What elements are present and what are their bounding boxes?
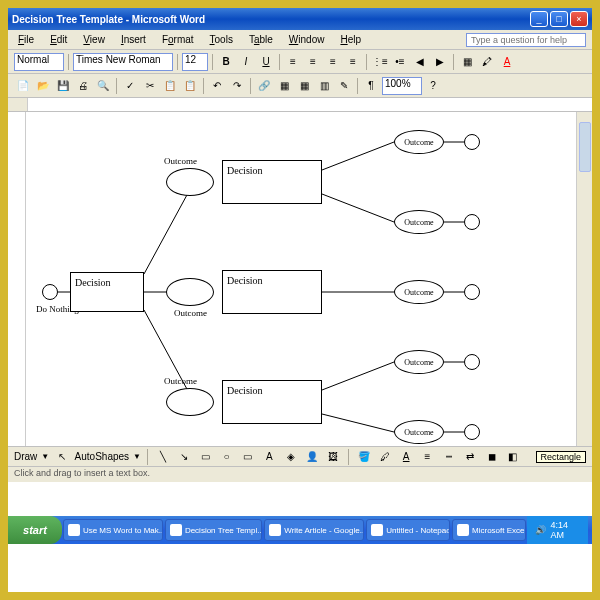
drawing-button[interactable]: ✎ (335, 77, 353, 95)
outcome-oval-r5[interactable]: Outcome (394, 420, 444, 444)
outcome-oval-r2[interactable]: Outcome (394, 210, 444, 234)
autoshapes-menu[interactable]: AutoShapes (75, 451, 130, 462)
menu-view[interactable]: View (79, 32, 109, 47)
print-preview-button[interactable]: 🔍 (94, 77, 112, 95)
outcome-oval-r4[interactable]: Outcome (394, 350, 444, 374)
taskbar-item-3[interactable]: Write Article - Google... (264, 519, 364, 541)
font-size-select[interactable]: 12 (182, 53, 208, 71)
arrow-button[interactable]: ↘ (175, 448, 192, 466)
excel-button[interactable]: ▦ (295, 77, 313, 95)
select-objects-button[interactable]: ↖ (53, 448, 70, 466)
vertical-ruler[interactable] (8, 112, 26, 446)
fill-color-button[interactable]: 🪣 (355, 448, 372, 466)
vertical-scrollbar[interactable] (576, 112, 592, 446)
doc-map-button[interactable]: ¶ (362, 77, 380, 95)
arrow-style-button[interactable]: ⇄ (462, 448, 479, 466)
3d-button[interactable]: ◧ (504, 448, 521, 466)
redo-button[interactable]: ↷ (228, 77, 246, 95)
decrease-indent-button[interactable]: ◀ (411, 53, 429, 71)
undo-button[interactable]: ↶ (208, 77, 226, 95)
end-circle-4[interactable] (464, 354, 480, 370)
open-button[interactable]: 📂 (34, 77, 52, 95)
menu-insert[interactable]: Insert (117, 32, 150, 47)
decision-box-1[interactable]: Decision (70, 272, 144, 312)
outcome-label-bot: Outcome (164, 376, 197, 386)
italic-button[interactable]: I (237, 53, 255, 71)
zoom-select[interactable]: 100% (382, 77, 422, 95)
taskbar-item-1[interactable]: Use MS Word to Mak... (63, 519, 163, 541)
copy-button[interactable]: 📋 (161, 77, 179, 95)
minimize-button[interactable]: _ (530, 11, 548, 27)
increase-indent-button[interactable]: ▶ (431, 53, 449, 71)
oval-button[interactable]: ○ (218, 448, 235, 466)
numbered-list-button[interactable]: ⋮≡ (371, 53, 389, 71)
bold-button[interactable]: B (217, 53, 235, 71)
underline-button[interactable]: U (257, 53, 275, 71)
taskbar-item-4[interactable]: Untitled - Notepad (366, 519, 450, 541)
rectangle-button[interactable]: ▭ (197, 448, 214, 466)
decision-box-4[interactable]: Decision (222, 380, 322, 424)
decision-box-2[interactable]: Decision (222, 160, 322, 204)
start-button[interactable]: start (8, 516, 62, 544)
save-button[interactable]: 💾 (54, 77, 72, 95)
close-button[interactable]: × (570, 11, 588, 27)
cut-button[interactable]: ✂ (141, 77, 159, 95)
taskbar-item-5[interactable]: Microsoft Excel (452, 519, 526, 541)
menu-format[interactable]: Format (158, 32, 198, 47)
textbox-button[interactable]: ▭ (239, 448, 256, 466)
clipart-button[interactable]: 👤 (303, 448, 320, 466)
maximize-button[interactable]: □ (550, 11, 568, 27)
align-left-button[interactable]: ≡ (284, 53, 302, 71)
line-button[interactable]: ╲ (154, 448, 171, 466)
menu-edit[interactable]: Edit (46, 32, 71, 47)
highlight-button[interactable]: 🖍 (478, 53, 496, 71)
paste-button[interactable]: 📋 (181, 77, 199, 95)
diagram-button[interactable]: ◈ (282, 448, 299, 466)
system-tray[interactable]: 🔊 4:14 AM (527, 516, 588, 544)
horizontal-ruler[interactable] (8, 98, 592, 112)
menu-file[interactable]: FFileile (14, 32, 38, 47)
start-circle[interactable] (42, 284, 58, 300)
draw-menu[interactable]: Draw (14, 451, 37, 462)
picture-button[interactable]: 🖼 (325, 448, 342, 466)
align-center-button[interactable]: ≡ (304, 53, 322, 71)
decision-box-3[interactable]: Decision (222, 270, 322, 314)
menu-table[interactable]: Table (245, 32, 277, 47)
help-button[interactable]: ? (424, 77, 442, 95)
outcome-oval-r1[interactable]: Outcome (394, 130, 444, 154)
align-justify-button[interactable]: ≡ (344, 53, 362, 71)
document-canvas[interactable]: Do Nothing Decision Outcome Outcome Outc… (26, 112, 576, 446)
outcome-oval-bot[interactable] (166, 388, 214, 416)
print-button[interactable]: 🖨 (74, 77, 92, 95)
font-select[interactable]: Times New Roman (73, 53, 173, 71)
line-style-button[interactable]: ≡ (419, 448, 436, 466)
taskbar-item-2[interactable]: Decision Tree Templ... (165, 519, 262, 541)
tray-icon[interactable]: 🔊 (535, 525, 546, 535)
line-color-button[interactable]: 🖊 (376, 448, 393, 466)
hyperlink-button[interactable]: 🔗 (255, 77, 273, 95)
new-button[interactable]: 📄 (14, 77, 32, 95)
borders-button[interactable]: ▦ (458, 53, 476, 71)
help-search-input[interactable] (466, 33, 586, 47)
style-select[interactable]: Normal (14, 53, 64, 71)
end-circle-1[interactable] (464, 134, 480, 150)
align-right-button[interactable]: ≡ (324, 53, 342, 71)
font-color-draw-button[interactable]: A (398, 448, 415, 466)
outcome-oval-top[interactable] (166, 168, 214, 196)
menu-help[interactable]: Help (336, 32, 365, 47)
outcome-oval-r3[interactable]: Outcome (394, 280, 444, 304)
spellcheck-button[interactable]: ✓ (121, 77, 139, 95)
font-color-button[interactable]: A (498, 53, 516, 71)
outcome-oval-mid[interactable] (166, 278, 214, 306)
dash-style-button[interactable]: ┅ (440, 448, 457, 466)
columns-button[interactable]: ▥ (315, 77, 333, 95)
end-circle-5[interactable] (464, 424, 480, 440)
end-circle-2[interactable] (464, 214, 480, 230)
shadow-button[interactable]: ◼ (483, 448, 500, 466)
menu-window[interactable]: Window (285, 32, 329, 47)
end-circle-3[interactable] (464, 284, 480, 300)
menu-tools[interactable]: Tools (206, 32, 237, 47)
wordart-button[interactable]: A (261, 448, 278, 466)
tables-button[interactable]: ▦ (275, 77, 293, 95)
bullet-list-button[interactable]: •≡ (391, 53, 409, 71)
